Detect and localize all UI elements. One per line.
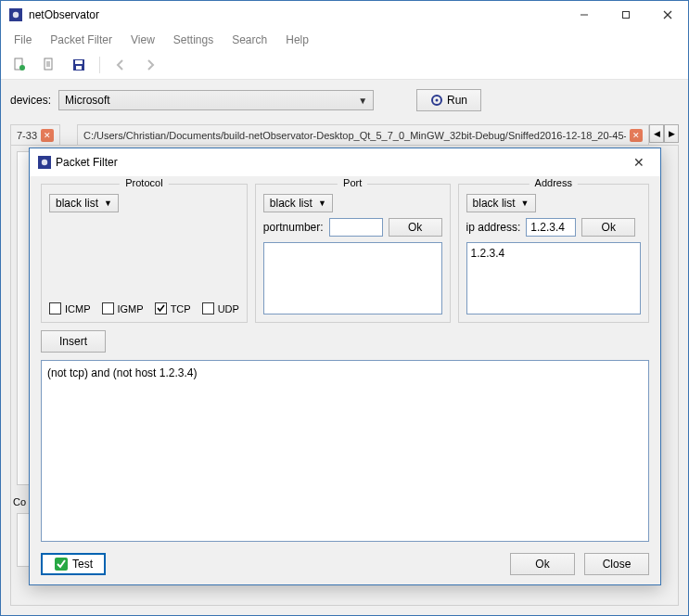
tab-scroll-right-icon[interactable]: ▶ — [664, 124, 679, 143]
address-mode-value: black list — [473, 197, 516, 210]
gear-icon — [430, 94, 443, 107]
igmp-checkbox[interactable]: IGMP — [102, 302, 144, 314]
ipaddress-label: ip address: — [466, 221, 521, 234]
run-label: Run — [447, 94, 467, 107]
menu-view[interactable]: View — [121, 32, 164, 48]
tab-2-label: C:/Users/Christian/Documents/build-netOb… — [83, 130, 626, 141]
tab-1-close-icon[interactable]: ✕ — [41, 129, 54, 142]
chevron-down-icon: ▼ — [104, 199, 112, 208]
dialog-titlebar: Packet Filter ✕ — [30, 148, 660, 176]
protocol-group: Protocol black list ▼ ICMP IGMP TCP UDP — [41, 184, 248, 323]
forward-arrow-icon[interactable] — [139, 54, 161, 76]
port-mode-select[interactable]: black list ▼ — [263, 194, 333, 212]
port-mode-value: black list — [270, 197, 313, 210]
open-file-icon[interactable] — [38, 54, 60, 76]
back-arrow-icon[interactable] — [109, 54, 132, 76]
protocol-mode-select[interactable]: black list ▼ — [49, 194, 119, 212]
protocol-mode-value: black list — [56, 197, 98, 210]
udp-checkbox[interactable]: UDP — [202, 302, 239, 314]
minimize-button[interactable] — [563, 1, 605, 29]
titlebar: netObservator — [1, 1, 688, 29]
dialog-ok-button[interactable]: Ok — [510, 553, 575, 575]
list-item[interactable]: 1.2.3.4 — [471, 247, 636, 260]
window-title: netObservator — [29, 8, 99, 21]
close-button[interactable] — [646, 1, 688, 29]
address-legend: Address — [530, 177, 578, 188]
save-icon[interactable] — [68, 54, 90, 76]
address-ok-button[interactable]: Ok — [581, 218, 635, 237]
ipaddress-input[interactable] — [526, 218, 576, 237]
maximize-button[interactable] — [605, 1, 646, 29]
filter-expression-text: (not tcp) and (not host 1.2.3.4) — [47, 366, 197, 379]
tab-1[interactable]: 7-33 ✕ — [10, 124, 60, 145]
menu-packet-filter[interactable]: Packet Filter — [41, 32, 121, 48]
svg-point-16 — [436, 99, 439, 102]
port-list[interactable] — [263, 242, 442, 314]
dialog-body: Protocol black list ▼ ICMP IGMP TCP UDP — [30, 176, 660, 584]
portnumber-label: portnumber: — [263, 221, 324, 234]
portnumber-input[interactable] — [329, 218, 383, 237]
port-legend: Port — [338, 177, 367, 188]
menu-settings[interactable]: Settings — [164, 32, 223, 48]
run-button[interactable]: Run — [416, 89, 481, 111]
chevron-down-icon: ▼ — [318, 199, 326, 208]
address-mode-select[interactable]: black list ▼ — [466, 194, 536, 212]
test-button[interactable]: Test — [41, 553, 106, 575]
tab-2-close-icon[interactable]: ✕ — [630, 129, 643, 142]
address-list[interactable]: 1.2.3.4 — [466, 242, 641, 314]
svg-rect-3 — [622, 12, 629, 19]
svg-rect-14 — [76, 66, 82, 70]
dialog-title: Packet Filter — [56, 156, 118, 169]
insert-button[interactable]: Insert — [41, 330, 106, 353]
dialog-close-button[interactable]: Close — [584, 553, 649, 575]
chevron-down-icon: ▼ — [521, 199, 530, 208]
tab-scroll-left-icon[interactable]: ◀ — [649, 124, 664, 143]
icmp-checkbox[interactable]: ICMP — [49, 302, 91, 314]
column-hint: Co — [13, 496, 26, 507]
address-group: Address black list ▼ ip address: Ok 1.2.… — [458, 184, 649, 323]
port-ok-button[interactable]: Ok — [389, 218, 442, 237]
main-window: netObservator File Packet Filter View Se… — [0, 0, 689, 616]
devices-label: devices: — [10, 94, 51, 107]
device-selected: Microsoft — [65, 94, 110, 107]
port-group: Port black list ▼ portnumber: Ok — [255, 184, 451, 323]
tab-2[interactable]: C:/Users/Christian/Documents/build-netOb… — [77, 124, 649, 145]
devices-row: devices: Microsoft ▼ Run — [10, 89, 679, 111]
packet-filter-dialog: Packet Filter ✕ Protocol black list ▼ — [29, 148, 661, 585]
tab-scroll: ◀ ▶ — [649, 124, 679, 145]
filter-expression[interactable]: (not tcp) and (not host 1.2.3.4) — [41, 360, 649, 542]
new-file-icon[interactable] — [8, 54, 31, 76]
toolbar — [1, 51, 688, 79]
tab-1-label: 7-33 — [17, 130, 37, 141]
menubar: File Packet Filter View Settings Search … — [1, 29, 688, 51]
menu-search[interactable]: Search — [223, 32, 276, 48]
menu-help[interactable]: Help — [276, 32, 318, 48]
svg-point-7 — [19, 65, 25, 71]
svg-point-1 — [13, 12, 19, 18]
svg-rect-13 — [75, 60, 83, 64]
device-select[interactable]: Microsoft ▼ — [58, 90, 374, 110]
svg-point-18 — [42, 160, 47, 165]
check-icon — [156, 303, 166, 314]
app-icon — [8, 7, 23, 22]
menu-file[interactable]: File — [5, 32, 41, 48]
protocol-legend: Protocol — [120, 177, 168, 188]
app-icon — [37, 155, 52, 170]
tab-row: 7-33 ✕ C:/Users/Christian/Documents/buil… — [10, 124, 679, 145]
check-icon — [54, 557, 69, 571]
tcp-checkbox[interactable]: TCP — [155, 302, 191, 314]
dialog-close-icon[interactable]: ✕ — [625, 148, 653, 176]
dialog-footer: Test Ok Close — [41, 549, 649, 575]
chevron-down-icon: ▼ — [358, 96, 367, 106]
